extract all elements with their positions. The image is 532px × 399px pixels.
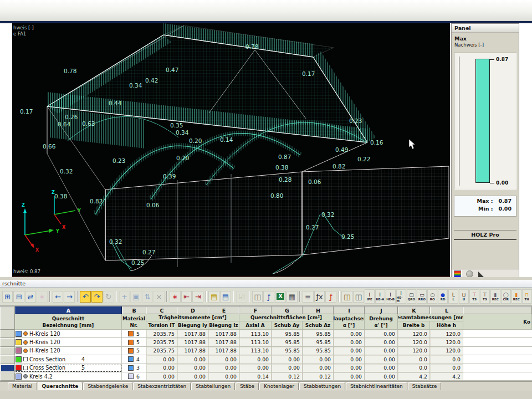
value-cell[interactable]: 0.00 [334, 364, 365, 372]
value-cell[interactable]: 0.00 [365, 372, 398, 381]
value-cell[interactable]: 0.00 [146, 372, 177, 381]
value-cell[interactable]: 0.12 [303, 372, 334, 381]
section-type-button-he-m[interactable]: IHE-M [396, 289, 406, 304]
color-scale-tab-icon[interactable] [454, 270, 461, 278]
value-cell[interactable]: 0.14 [239, 372, 272, 381]
value-cell[interactable]: 113.10 [239, 330, 272, 338]
value-cell[interactable]: 4.2 [398, 372, 430, 381]
value-cell[interactable]: 0.00 [334, 330, 365, 338]
section-name-cell[interactable]: Kreis 4.2 [15, 372, 122, 381]
panel-title[interactable]: Panel [452, 24, 519, 33]
section-type-button-ipe[interactable]: IIPE [365, 289, 375, 304]
value-cell[interactable]: 120.0 [430, 347, 463, 355]
print-table-icon[interactable]: ∗ [37, 291, 48, 303]
holz-pro-button[interactable]: HOLZ Pro [454, 230, 516, 240]
view-table-blue-icon[interactable]: ▤ [220, 291, 231, 303]
value-cell[interactable]: 95.85 [303, 347, 334, 355]
section-type-button-l[interactable]: LL [448, 289, 458, 304]
value-cell[interactable]: 0.00 [146, 355, 177, 364]
value-cell[interactable]: 0.00 [303, 355, 334, 364]
value-cell[interactable]: 1017.88 [208, 347, 239, 355]
model-to-table-icon[interactable]: ⊟ [13, 291, 24, 303]
redo-icon[interactable]: ↷ [91, 291, 103, 303]
section-type-button-he-b[interactable]: IHE-B [386, 289, 396, 304]
calculator-icon[interactable]: ▦ [287, 291, 298, 303]
split-row-icon[interactable]: ⇅ [142, 291, 153, 303]
section-type-button-rro[interactable]: ▭RRO [417, 289, 427, 304]
edit-cell-icon[interactable]: ☑ [236, 291, 247, 303]
column-letter-m[interactable] [463, 306, 532, 314]
value-cell[interactable]: 0.00 [334, 338, 365, 346]
table-row[interactable]: H-Kreis 12052035.751017.881017.88113.109… [0, 347, 532, 355]
value-cell[interactable]: 2035.75 [146, 347, 177, 355]
material-cell[interactable]: 5 [122, 347, 146, 355]
value-cell[interactable]: 95.85 [303, 330, 334, 338]
tab-stabendgelenke[interactable]: Stabendgelenke [83, 382, 132, 390]
value-cell[interactable]: 120.0 [398, 338, 430, 346]
table-row[interactable]: Cross Section530.000.000.000.000.000.000… [0, 364, 532, 372]
value-cell[interactable]: 113.10 [239, 347, 272, 355]
comment-cell[interactable] [463, 355, 532, 364]
column-letter-L[interactable]: L [430, 306, 463, 314]
value-cell[interactable]: 95.85 [272, 347, 303, 355]
tab-stäbe[interactable]: Stäbe [236, 382, 259, 390]
section-library-icon[interactable]: ◫ [353, 291, 364, 303]
row-header[interactable] [0, 338, 15, 346]
tab-stabteilungen[interactable]: Stabteilungen [191, 382, 235, 390]
delete-function-icon[interactable]: ƒ [325, 291, 336, 303]
tab-stabbettungen[interactable]: Stabbettungen [299, 382, 345, 390]
previous-table-icon[interactable]: ← [53, 291, 64, 303]
value-cell[interactable]: 0.00 [365, 347, 398, 355]
column-letter-H[interactable]: H [303, 306, 334, 314]
section-name-cell[interactable]: H-Kreis 120 [15, 330, 122, 338]
3d-model-canvas[interactable]: Z Y X Z Y X 0.780.780.340.420.470.170.17… [12, 23, 450, 277]
cut-rows-icon[interactable]: ∗ [170, 291, 181, 303]
section-type-button-ro[interactable]: ○RO [427, 289, 437, 304]
font-icon[interactable]: ƒ [263, 291, 274, 303]
comment-cell[interactable] [463, 364, 532, 372]
value-cell[interactable]: 0.00 [208, 364, 239, 372]
function-icon[interactable]: ƒx [314, 291, 325, 303]
value-cell[interactable]: 120.0 [430, 330, 463, 338]
tab-stabsätze[interactable]: Stabsätze [408, 382, 441, 390]
tab-stabnichtlinearitäten[interactable]: Stabnichtlinearitäten [346, 382, 407, 390]
value-cell[interactable]: 0.00 [208, 372, 239, 381]
picture-icon[interactable]: ◫ [252, 291, 263, 303]
value-cell[interactable]: 0.0 [398, 364, 430, 372]
value-cell[interactable]: 1017.88 [177, 347, 208, 355]
column-letter-E[interactable]: E [208, 306, 239, 314]
value-cell[interactable]: 1017.88 [177, 330, 208, 338]
hierarchy-icon[interactable]: ≣ [303, 291, 314, 303]
comment-cell[interactable] [463, 372, 532, 381]
table-row[interactable]: Kreis 4.260.000.000.000.140.120.120.000.… [0, 372, 532, 381]
value-cell[interactable]: 0.00 [239, 364, 272, 372]
value-cell[interactable]: 0.00 [272, 355, 303, 364]
section-type-button-rec[interactable]: ▮REC [511, 289, 521, 304]
value-cell[interactable]: 0.00 [177, 372, 208, 381]
section-type-button-he-a[interactable]: IHE-A [375, 289, 385, 304]
value-cell[interactable]: 0.00 [208, 355, 239, 364]
section-type-button-rec[interactable]: ▮REC [490, 289, 500, 304]
value-cell[interactable]: 0.12 [272, 372, 303, 381]
material-cell[interactable]: 4 [122, 355, 146, 364]
value-cell[interactable]: 0.00 [365, 338, 398, 346]
view-table-yellow-icon[interactable]: ▤ [208, 291, 219, 303]
next-table-icon[interactable]: → [64, 291, 75, 303]
value-cell[interactable]: 120.0 [398, 330, 430, 338]
column-letter-B[interactable]: B [122, 306, 146, 314]
table-to-model-icon[interactable]: ⊞ [2, 291, 13, 303]
value-cell[interactable]: 0.00 [365, 330, 398, 338]
section-type-button-ts[interactable]: ⊤TS [480, 289, 490, 304]
material-cell[interactable]: 3 [122, 364, 146, 372]
move-row-right-icon[interactable]: ⇥ [192, 291, 203, 303]
value-cell[interactable]: 0.00 [365, 355, 398, 364]
value-cell[interactable]: 120.0 [430, 338, 463, 346]
value-cell[interactable]: 1017.88 [208, 330, 239, 338]
value-cell[interactable]: 0.00 [177, 364, 208, 372]
material-cell[interactable]: 5 [122, 330, 146, 338]
value-cell[interactable]: 2035.75 [146, 330, 177, 338]
value-cell[interactable]: 0.00 [334, 347, 365, 355]
table-window-title[interactable]: rschnitte [0, 280, 532, 288]
comment-cell[interactable] [463, 338, 532, 346]
tab-knotenlager[interactable]: Knotenlager [259, 382, 299, 390]
